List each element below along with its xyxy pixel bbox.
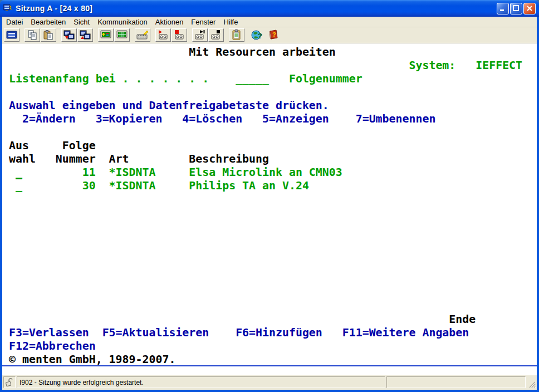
close-button[interactable]: [523, 3, 536, 14]
toolbar-button-keyboard-setup[interactable]: [135, 28, 150, 42]
toolbar-button-display-colors[interactable]: [98, 28, 114, 42]
window-title: Sitzung A - [24 x 80]: [16, 4, 497, 13]
toolbar-group: [135, 28, 150, 42]
toolbar-button-web-browser[interactable]: ?: [249, 28, 265, 42]
window-frame: DateiBearbeitenSichtKommunikationAktione…: [0, 17, 539, 392]
terminal-row: wahl Nummer Art Beschreibung: [2, 153, 537, 166]
toolbar-button-receive-file[interactable]: [77, 28, 93, 42]
menu-item-hilfe[interactable]: Hilfe: [219, 17, 242, 27]
send-file-icon: [63, 30, 75, 41]
terminal-row: © menten GmbH, 1989-2007.: [2, 353, 537, 366]
menu-item-bearbeiten[interactable]: Bearbeiten: [27, 17, 70, 27]
terminal-row: 2=Ändern 3=Kopieren 4=Löschen 5=Anzeigen…: [2, 112, 537, 126]
terminal-row: [2, 206, 537, 219]
toolbar-group: [24, 28, 56, 42]
terminal-row: [2, 286, 537, 300]
toolbar-button-record-macro[interactable]: [155, 28, 171, 42]
menu-item-aktionen[interactable]: Aktionen: [151, 17, 188, 27]
toolbar-group: [61, 28, 93, 42]
toolbar-group: [229, 28, 244, 42]
terminal-row: [2, 233, 537, 246]
terminal-row: Mit Resourcen arbeiten: [2, 46, 537, 59]
toolbar-button-quit-macro[interactable]: [208, 28, 224, 42]
record-macro-icon: [157, 30, 169, 41]
application-window: Sitzung A - [24 x 80] DateiBearbeitenSic…: [0, 0, 539, 392]
display-colors-icon: [100, 30, 112, 41]
paste-icon: [42, 30, 55, 41]
resize-grip[interactable]: [527, 376, 536, 388]
toolbar-group: ??: [249, 28, 281, 42]
maximize-button[interactable]: [510, 3, 522, 14]
terminal-row: [2, 86, 537, 99]
play-macro-icon: [194, 30, 206, 41]
toolbar-group: [155, 28, 187, 42]
menu-item-fenster[interactable]: Fenster: [187, 17, 219, 27]
unlocked-padlock-icon: [3, 376, 16, 388]
svg-text:?: ?: [272, 31, 276, 38]
toolbar-group: [4, 28, 19, 42]
terminal-row: [2, 193, 537, 206]
terminal-row: _ 30 *ISDNTA Philips TA an V.24: [2, 179, 537, 193]
client-gap: [2, 366, 537, 375]
toolbar-button-clipboard[interactable]: [229, 28, 244, 42]
text-cursor[interactable]: _: [16, 166, 22, 179]
title-bar[interactable]: Sitzung A - [24 x 80]: [0, 0, 539, 17]
svg-text:?: ?: [258, 32, 262, 40]
keyboard-setup-icon: [136, 30, 149, 41]
terminal-row: [2, 300, 537, 313]
terminal-screen[interactable]: Mit Resourcen arbeiten System: IEFFECT L…: [2, 43, 537, 366]
menu-item-kommunikation[interactable]: Kommunikation: [94, 17, 151, 27]
quit-macro-icon: [210, 30, 222, 41]
terminal-row: System: IEFFECT: [2, 59, 537, 72]
display-setup-icon: [116, 30, 128, 41]
terminal-row: Listenanfang bei . . . . . . . _____ Fol…: [2, 72, 537, 86]
terminal-row: _ 11 *ISDNTA Elsa Microlink an CMN03: [2, 166, 537, 179]
copy-icon: [26, 30, 38, 41]
terminal-row: F12=Abbrechen: [2, 340, 537, 353]
new-session-icon: [6, 30, 18, 41]
toolbar: ??: [2, 27, 537, 43]
terminal-row: [2, 259, 537, 273]
terminal-row: [2, 219, 537, 233]
session-app-icon: [3, 3, 13, 13]
menu-bar: DateiBearbeitenSichtKommunikationAktione…: [2, 17, 537, 27]
toolbar-group: [98, 28, 130, 42]
terminal-row: Aus Folge: [2, 139, 537, 153]
status-bar: I902 - Sitzung wurde erfolgreich gestart…: [2, 375, 537, 389]
web-browser-icon: ?: [251, 30, 263, 41]
toolbar-group: [192, 28, 224, 42]
stop-recording-icon: [173, 30, 185, 41]
terminal-row: Ende: [2, 313, 537, 326]
status-extra-panel: [386, 376, 526, 388]
toolbar-button-paste[interactable]: [41, 28, 56, 42]
toolbar-button-help[interactable]: ?: [266, 28, 281, 42]
toolbar-button-copy[interactable]: [24, 28, 40, 42]
toolbar-button-play-macro[interactable]: [192, 28, 208, 42]
toolbar-button-new-session[interactable]: [4, 28, 19, 42]
menu-item-datei[interactable]: Datei: [2, 17, 27, 27]
help-icon: ?: [267, 30, 280, 41]
terminal-row: [2, 273, 537, 286]
menu-item-sicht[interactable]: Sicht: [70, 17, 94, 27]
clipboard-icon: [231, 30, 243, 41]
toolbar-button-stop-recording[interactable]: [171, 28, 187, 42]
toolbar-button-send-file[interactable]: [61, 28, 77, 42]
status-message: I902 - Sitzung wurde erfolgreich gestart…: [17, 376, 385, 388]
terminal-row: Auswahl eingeben und Datenfreigabetaste …: [2, 99, 537, 112]
terminal-row: F3=Verlassen F5=Aktualisieren F6=Hinzufü…: [2, 326, 537, 340]
minimize-button[interactable]: [497, 3, 509, 14]
terminal-row: [2, 246, 537, 259]
terminal-row: [2, 126, 537, 139]
receive-file-icon: [79, 30, 91, 41]
toolbar-button-display-setup[interactable]: [114, 28, 130, 42]
